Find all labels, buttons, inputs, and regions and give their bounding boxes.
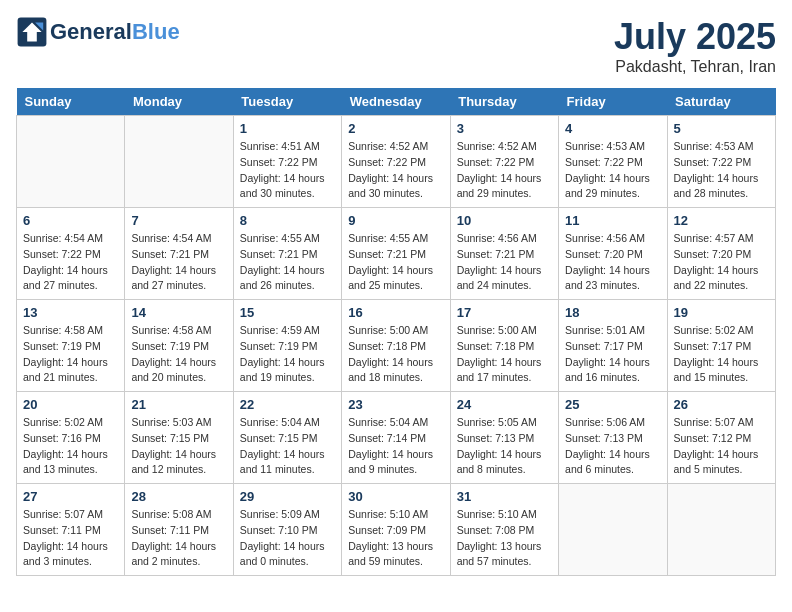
day-number: 21	[131, 397, 226, 412]
calendar-cell: 29Sunrise: 5:09 AMSunset: 7:10 PMDayligh…	[233, 484, 341, 576]
day-info: Sunrise: 5:07 AMSunset: 7:12 PMDaylight:…	[674, 415, 769, 478]
day-info: Sunrise: 4:59 AMSunset: 7:19 PMDaylight:…	[240, 323, 335, 386]
calendar-week-1: 1Sunrise: 4:51 AMSunset: 7:22 PMDaylight…	[17, 116, 776, 208]
day-number: 1	[240, 121, 335, 136]
day-info: Sunrise: 4:55 AMSunset: 7:21 PMDaylight:…	[240, 231, 335, 294]
calendar-cell	[17, 116, 125, 208]
calendar-cell: 12Sunrise: 4:57 AMSunset: 7:20 PMDayligh…	[667, 208, 775, 300]
day-number: 30	[348, 489, 443, 504]
calendar-cell: 1Sunrise: 4:51 AMSunset: 7:22 PMDaylight…	[233, 116, 341, 208]
day-info: Sunrise: 4:57 AMSunset: 7:20 PMDaylight:…	[674, 231, 769, 294]
calendar-cell: 5Sunrise: 4:53 AMSunset: 7:22 PMDaylight…	[667, 116, 775, 208]
header-friday: Friday	[559, 88, 667, 116]
header-monday: Monday	[125, 88, 233, 116]
calendar-cell: 2Sunrise: 4:52 AMSunset: 7:22 PMDaylight…	[342, 116, 450, 208]
day-number: 26	[674, 397, 769, 412]
day-number: 2	[348, 121, 443, 136]
header-thursday: Thursday	[450, 88, 558, 116]
calendar-cell: 27Sunrise: 5:07 AMSunset: 7:11 PMDayligh…	[17, 484, 125, 576]
day-number: 31	[457, 489, 552, 504]
calendar-cell: 14Sunrise: 4:58 AMSunset: 7:19 PMDayligh…	[125, 300, 233, 392]
day-number: 29	[240, 489, 335, 504]
calendar-cell: 23Sunrise: 5:04 AMSunset: 7:14 PMDayligh…	[342, 392, 450, 484]
day-info: Sunrise: 5:06 AMSunset: 7:13 PMDaylight:…	[565, 415, 660, 478]
calendar-cell: 24Sunrise: 5:05 AMSunset: 7:13 PMDayligh…	[450, 392, 558, 484]
day-number: 7	[131, 213, 226, 228]
calendar-cell: 31Sunrise: 5:10 AMSunset: 7:08 PMDayligh…	[450, 484, 558, 576]
calendar-cell: 13Sunrise: 4:58 AMSunset: 7:19 PMDayligh…	[17, 300, 125, 392]
day-number: 24	[457, 397, 552, 412]
day-number: 15	[240, 305, 335, 320]
month-title: July 2025	[614, 16, 776, 58]
calendar-cell: 11Sunrise: 4:56 AMSunset: 7:20 PMDayligh…	[559, 208, 667, 300]
day-info: Sunrise: 4:52 AMSunset: 7:22 PMDaylight:…	[457, 139, 552, 202]
day-info: Sunrise: 4:58 AMSunset: 7:19 PMDaylight:…	[131, 323, 226, 386]
day-number: 22	[240, 397, 335, 412]
day-info: Sunrise: 5:09 AMSunset: 7:10 PMDaylight:…	[240, 507, 335, 570]
header-tuesday: Tuesday	[233, 88, 341, 116]
day-info: Sunrise: 4:52 AMSunset: 7:22 PMDaylight:…	[348, 139, 443, 202]
day-number: 28	[131, 489, 226, 504]
header-saturday: Saturday	[667, 88, 775, 116]
day-info: Sunrise: 5:10 AMSunset: 7:09 PMDaylight:…	[348, 507, 443, 570]
day-info: Sunrise: 4:51 AMSunset: 7:22 PMDaylight:…	[240, 139, 335, 202]
page-header: GeneralBlue July 2025 Pakdasht, Tehran, …	[16, 16, 776, 76]
day-info: Sunrise: 4:55 AMSunset: 7:21 PMDaylight:…	[348, 231, 443, 294]
day-number: 23	[348, 397, 443, 412]
logo-text: GeneralBlue	[50, 21, 180, 43]
day-info: Sunrise: 5:10 AMSunset: 7:08 PMDaylight:…	[457, 507, 552, 570]
calendar-week-3: 13Sunrise: 4:58 AMSunset: 7:19 PMDayligh…	[17, 300, 776, 392]
day-info: Sunrise: 5:00 AMSunset: 7:18 PMDaylight:…	[457, 323, 552, 386]
day-number: 3	[457, 121, 552, 136]
day-number: 8	[240, 213, 335, 228]
day-info: Sunrise: 4:56 AMSunset: 7:21 PMDaylight:…	[457, 231, 552, 294]
day-number: 12	[674, 213, 769, 228]
calendar-week-5: 27Sunrise: 5:07 AMSunset: 7:11 PMDayligh…	[17, 484, 776, 576]
day-info: Sunrise: 4:53 AMSunset: 7:22 PMDaylight:…	[674, 139, 769, 202]
calendar-cell	[667, 484, 775, 576]
calendar-cell: 28Sunrise: 5:08 AMSunset: 7:11 PMDayligh…	[125, 484, 233, 576]
calendar-cell: 4Sunrise: 4:53 AMSunset: 7:22 PMDaylight…	[559, 116, 667, 208]
day-number: 27	[23, 489, 118, 504]
calendar-cell: 9Sunrise: 4:55 AMSunset: 7:21 PMDaylight…	[342, 208, 450, 300]
day-number: 14	[131, 305, 226, 320]
day-number: 9	[348, 213, 443, 228]
day-number: 5	[674, 121, 769, 136]
day-info: Sunrise: 5:08 AMSunset: 7:11 PMDaylight:…	[131, 507, 226, 570]
day-info: Sunrise: 5:04 AMSunset: 7:15 PMDaylight:…	[240, 415, 335, 478]
day-info: Sunrise: 5:04 AMSunset: 7:14 PMDaylight:…	[348, 415, 443, 478]
calendar-cell: 26Sunrise: 5:07 AMSunset: 7:12 PMDayligh…	[667, 392, 775, 484]
calendar-cell: 18Sunrise: 5:01 AMSunset: 7:17 PMDayligh…	[559, 300, 667, 392]
day-number: 6	[23, 213, 118, 228]
day-info: Sunrise: 4:58 AMSunset: 7:19 PMDaylight:…	[23, 323, 118, 386]
calendar-cell: 6Sunrise: 4:54 AMSunset: 7:22 PMDaylight…	[17, 208, 125, 300]
calendar-cell: 20Sunrise: 5:02 AMSunset: 7:16 PMDayligh…	[17, 392, 125, 484]
day-info: Sunrise: 5:02 AMSunset: 7:17 PMDaylight:…	[674, 323, 769, 386]
calendar-cell: 17Sunrise: 5:00 AMSunset: 7:18 PMDayligh…	[450, 300, 558, 392]
calendar-cell	[125, 116, 233, 208]
day-number: 17	[457, 305, 552, 320]
title-block: July 2025 Pakdasht, Tehran, Iran	[614, 16, 776, 76]
day-info: Sunrise: 4:56 AMSunset: 7:20 PMDaylight:…	[565, 231, 660, 294]
day-info: Sunrise: 5:02 AMSunset: 7:16 PMDaylight:…	[23, 415, 118, 478]
calendar-table: SundayMondayTuesdayWednesdayThursdayFrid…	[16, 88, 776, 576]
calendar-cell	[559, 484, 667, 576]
day-number: 11	[565, 213, 660, 228]
day-number: 16	[348, 305, 443, 320]
day-number: 20	[23, 397, 118, 412]
day-info: Sunrise: 5:05 AMSunset: 7:13 PMDaylight:…	[457, 415, 552, 478]
calendar-cell: 3Sunrise: 4:52 AMSunset: 7:22 PMDaylight…	[450, 116, 558, 208]
calendar-week-4: 20Sunrise: 5:02 AMSunset: 7:16 PMDayligh…	[17, 392, 776, 484]
calendar-cell: 15Sunrise: 4:59 AMSunset: 7:19 PMDayligh…	[233, 300, 341, 392]
calendar-cell: 25Sunrise: 5:06 AMSunset: 7:13 PMDayligh…	[559, 392, 667, 484]
day-info: Sunrise: 5:00 AMSunset: 7:18 PMDaylight:…	[348, 323, 443, 386]
day-info: Sunrise: 4:53 AMSunset: 7:22 PMDaylight:…	[565, 139, 660, 202]
header-wednesday: Wednesday	[342, 88, 450, 116]
day-number: 4	[565, 121, 660, 136]
calendar-cell: 21Sunrise: 5:03 AMSunset: 7:15 PMDayligh…	[125, 392, 233, 484]
day-number: 25	[565, 397, 660, 412]
day-info: Sunrise: 5:07 AMSunset: 7:11 PMDaylight:…	[23, 507, 118, 570]
calendar-header-row: SundayMondayTuesdayWednesdayThursdayFrid…	[17, 88, 776, 116]
day-number: 19	[674, 305, 769, 320]
calendar-week-2: 6Sunrise: 4:54 AMSunset: 7:22 PMDaylight…	[17, 208, 776, 300]
